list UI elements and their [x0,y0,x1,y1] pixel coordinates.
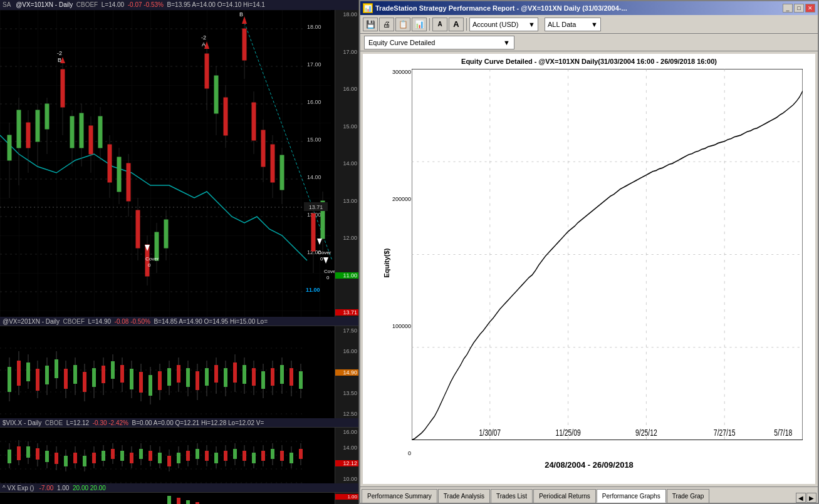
svg-rect-27 [26,123,30,148]
left-chart-panel: SA @VX=101XN - Daily CBOEF L=14.00 -0.07… [0,0,359,504]
svg-rect-184 [73,453,77,463]
ts-tab-prev-btn[interactable]: ◀ [796,493,806,503]
ts-font-large-btn[interactable]: A [449,18,464,31]
ts-save-btn[interactable]: 💾 [363,18,378,31]
svg-text:B: B [239,11,243,18]
svg-text:16.00: 16.00 [307,99,321,105]
svg-rect-129 [139,372,143,393]
ts-toolbar-separator [429,18,430,31]
mid-chart-svg [0,326,331,418]
svg-rect-33 [61,69,65,107]
svg-text:9/25/12: 9/25/12 [635,428,657,438]
ts-tab-next-btn[interactable]: ▶ [806,493,816,503]
ts-data-arrow-icon: ▼ [591,21,598,28]
bot-chart-area: 16.00 14.00 12.12 10.00 [0,427,358,483]
svg-rect-170 [8,450,11,463]
ts-y-tick-0: 0 [383,450,411,456]
svg-rect-178 [45,451,49,462]
ts-chart-type-dropdown[interactable]: Equity Curve Detailed ▼ [364,36,514,49]
ts-y-tick-200k: 200000 [383,196,411,202]
ts-minimize-btn[interactable]: _ [783,4,793,13]
svg-rect-228 [280,451,284,461]
svg-rect-224 [261,451,265,461]
svg-rect-192 [111,449,115,459]
svg-text:B: B [58,57,61,63]
svg-rect-230 [290,453,293,463]
svg-rect-61 [214,76,218,113]
ts-print-btn[interactable]: 🖨 [379,18,394,31]
svg-rect-117 [83,372,86,392]
ts-window-controls: _ □ ✕ [783,4,815,13]
svg-rect-109 [45,366,49,384]
svg-rect-50 [136,210,140,248]
ts-data-dropdown[interactable]: ALL Data ▼ [545,18,601,31]
svg-rect-200 [149,451,152,461]
ts-account-arrow-icon: ▼ [528,21,535,28]
svg-rect-216 [224,451,227,461]
svg-rect-107 [36,369,39,391]
svg-rect-155 [261,371,265,389]
svg-text:11/25/09: 11/25/09 [555,428,581,438]
svg-rect-254 [186,500,190,504]
svg-rect-38 [80,113,83,148]
ts-chart-title: Equity Curve Detailed - @VX=101XN Daily(… [363,54,815,66]
ts-copy-btn[interactable]: 📋 [395,18,410,31]
svg-text:0: 0 [148,262,151,268]
ts-date-range-label: 24/08/2004 - 26/09/2018 [363,459,815,472]
tab-trade-graphs[interactable]: Trade Grap [667,489,710,503]
ts-font-small-btn[interactable]: A [432,18,447,31]
ts-chart-type-row: Equity Curve Detailed ▼ [360,34,818,51]
svg-text:A: A [202,41,206,48]
svg-rect-198 [139,449,143,459]
tab-trade-analysis[interactable]: Trade Analysis [438,489,490,503]
ts-y-tick-100k: 100000 [383,323,411,329]
svg-rect-123 [111,361,115,379]
svg-rect-161 [290,368,293,386]
svg-rect-25 [17,110,21,148]
svg-rect-232 [299,449,303,459]
tab-performance-graphs[interactable]: Performance Graphs [597,489,666,503]
svg-rect-253 [177,498,180,504]
chart-header-4: ^ VX Exp () -7.00 1.00 20.00 20.00 [0,483,358,492]
ts-chart-btn[interactable]: 📊 [412,18,427,31]
ts-maximize-btn[interactable]: □ [794,4,804,13]
svg-rect-42 [98,116,102,148]
indicator-svg [0,493,331,504]
svg-rect-180 [55,453,58,464]
svg-rect-74 [280,155,284,190]
svg-rect-31 [45,104,49,129]
ts-chart-type-arrow-icon: ▼ [503,39,510,46]
svg-rect-147 [224,368,227,387]
svg-text:0: 0 [320,256,323,262]
ts-data-label: ALL Data [548,21,576,28]
svg-rect-157 [271,368,274,386]
svg-rect-159 [280,365,284,384]
svg-rect-65 [243,29,246,60]
ts-equity-svg: 1/30/07 11/25/09 9/25/12 7/27/15 5/7/18 [412,69,803,440]
ts-account-dropdown[interactable]: Account (USD) ▼ [469,18,538,31]
ts-account-label: Account (USD) [472,21,518,28]
svg-text:1/30/07: 1/30/07 [479,428,501,438]
tab-periodical-returns[interactable]: Periodical Returns [533,489,596,503]
svg-rect-58 [205,54,209,88]
ts-title-text: TradeStation Strategy Performance Report… [375,4,780,12]
svg-rect-196 [130,453,133,463]
svg-text:5/7/18: 5/7/18 [774,428,792,438]
svg-rect-68 [252,103,256,140]
svg-rect-172 [17,446,21,460]
svg-rect-105 [26,363,30,381]
svg-rect-44 [108,145,112,182]
tab-trades-list[interactable]: Trades List [491,489,533,503]
svg-rect-186 [83,456,86,466]
tab-performance-summary[interactable]: Performance Summary [362,489,437,503]
ts-app-icon: 📊 [363,3,373,13]
svg-rect-76 [311,213,315,251]
svg-rect-131 [149,375,152,396]
svg-rect-40 [89,126,93,154]
svg-text:Cover: Cover [318,250,331,255]
svg-rect-141 [196,371,199,390]
ts-close-btn[interactable]: ✕ [805,4,815,13]
svg-rect-103 [17,361,21,386]
svg-rect-218 [233,449,237,459]
svg-rect-174 [26,446,30,458]
